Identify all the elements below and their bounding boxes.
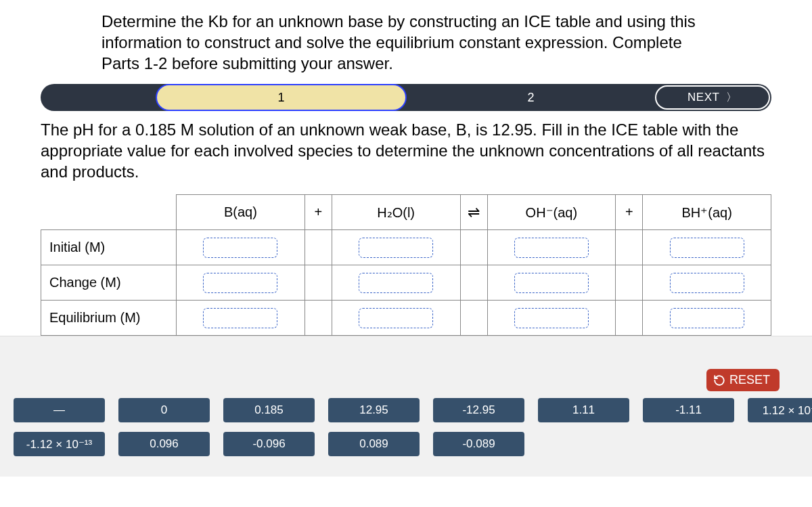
problem-text: The pH for a 0.185 M solution of an unkn… [41, 119, 771, 183]
answer-tiles-tray: RESET — 0 0.185 12.95 -12.95 1.11 -1.11 … [0, 336, 812, 477]
reset-button[interactable]: RESET [706, 369, 780, 391]
tile-111[interactable]: 1.11 [538, 398, 629, 422]
tile-dash[interactable]: — [14, 398, 105, 422]
col-header-h2o: H₂O(l) [332, 195, 460, 230]
cell-initial-op1 [304, 230, 332, 265]
cell-eq-op1 [304, 301, 332, 336]
row-label-initial: Initial (M) [41, 230, 177, 265]
tile-row-1: — 0 0.185 12.95 -12.95 1.11 -1.11 1.12 ×… [14, 398, 798, 422]
cell-eq-bh[interactable] [643, 301, 771, 336]
cell-eq-oh[interactable] [487, 301, 616, 336]
cell-initial-oh[interactable] [487, 230, 616, 265]
step-tab-2[interactable]: 2 [407, 84, 655, 111]
step-navigator: 1 2 NEXT 〉 [41, 84, 771, 111]
tile-neg111[interactable]: -1.11 [643, 398, 734, 422]
cell-change-op1 [304, 265, 332, 301]
tile-0[interactable]: 0 [118, 398, 210, 422]
intro-text: Determine the Kb for an unknown base by … [102, 11, 710, 74]
cell-change-bh[interactable] [643, 265, 771, 301]
col-header-bh: BH⁺(aq) [643, 195, 771, 230]
tile-112e13[interactable]: 1.12 × 10⁻¹³ [748, 398, 812, 422]
cell-eq-op2 [460, 301, 487, 336]
empty-header [41, 195, 177, 230]
tile-row-2: -1.12 × 10⁻¹³ 0.096 -0.096 0.089 -0.089 [14, 432, 798, 456]
cell-change-b[interactable] [177, 265, 305, 301]
chevron-right-icon: 〉 [726, 87, 738, 108]
cell-initial-bh[interactable] [643, 230, 771, 265]
cell-initial-h2o[interactable] [332, 230, 460, 265]
tile-neg1295[interactable]: -12.95 [433, 398, 524, 422]
undo-icon [713, 374, 725, 387]
cell-eq-op3 [616, 301, 643, 336]
cell-initial-op3 [616, 230, 643, 265]
col-header-b: B(aq) [177, 195, 305, 230]
cell-change-oh[interactable] [487, 265, 616, 301]
reset-label: RESET [729, 373, 770, 387]
step-tab-1[interactable]: 1 [156, 84, 407, 111]
tile-neg0096[interactable]: -0.096 [223, 432, 315, 456]
next-button[interactable]: NEXT 〉 [655, 85, 770, 110]
col-header-plus2: + [616, 195, 643, 230]
tile-neg0089[interactable]: -0.089 [433, 432, 524, 456]
cell-initial-op2 [460, 230, 487, 265]
tile-0089[interactable]: 0.089 [328, 432, 420, 456]
cell-change-h2o[interactable] [332, 265, 460, 301]
ice-table: B(aq) + H₂O(l) ⇌ OH⁻(aq) + BH⁺(aq) Initi… [41, 194, 771, 336]
row-label-equilibrium: Equilibrium (M) [41, 301, 177, 336]
tile-1295[interactable]: 12.95 [328, 398, 420, 422]
col-header-oh: OH⁻(aq) [487, 195, 616, 230]
tile-neg112e13[interactable]: -1.12 × 10⁻¹³ [14, 432, 105, 456]
cell-change-op2 [460, 265, 487, 301]
tile-0096[interactable]: 0.096 [118, 432, 210, 456]
cell-change-op3 [616, 265, 643, 301]
next-label: NEXT [687, 87, 719, 108]
col-header-equil: ⇌ [460, 195, 487, 230]
cell-eq-h2o[interactable] [332, 301, 460, 336]
row-label-change: Change (M) [41, 265, 177, 301]
cell-eq-b[interactable] [177, 301, 305, 336]
col-header-plus1: + [304, 195, 332, 230]
tile-0185[interactable]: 0.185 [223, 398, 315, 422]
cell-initial-b[interactable] [177, 230, 305, 265]
